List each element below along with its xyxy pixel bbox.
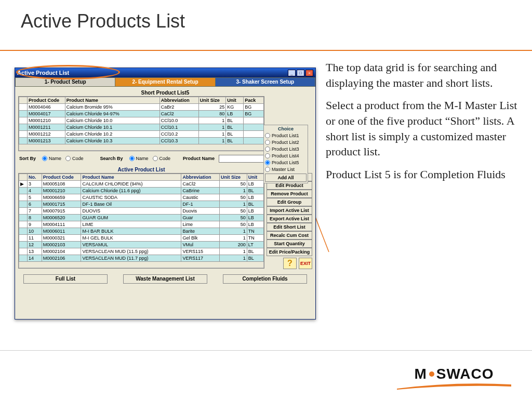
bottom-buttons: Full List Waste Management List Completi… [18, 274, 312, 287]
choice-product-list5[interactable]: Product List5 [265, 159, 307, 166]
table-row[interactable]: 8M0006520GUAR GUMGuar50LB [19, 215, 264, 221]
col-product-name2[interactable]: Product Name [81, 174, 181, 181]
active-list-grid[interactable]: No. Product Code Product Name Abbreviati… [19, 174, 264, 262]
app-window: Active Product List _ □ × 1- Product Set… [15, 68, 316, 320]
col-unit[interactable]: Unit [226, 97, 244, 104]
short-list-title: Short Product List5 [18, 89, 312, 96]
table-row[interactable]: 4M0001210Calcium Chloride (11.6 ppg)CaBr… [19, 188, 264, 194]
col-abbrev2[interactable]: Abbreviation [181, 174, 220, 181]
add-all-button[interactable]: Add All [265, 174, 307, 182]
edit-group-button[interactable]: Edit Group [267, 198, 312, 206]
help-icon[interactable]: ? [283, 258, 297, 269]
product-name-label: Product Name [183, 156, 215, 161]
brand-logo: MSWACO [397, 366, 511, 390]
scrollbar-horizontal-2[interactable] [19, 262, 264, 268]
search-code-radio[interactable] [153, 156, 158, 161]
table-row[interactable]: 12M0002103VERSAMULVMul200LT [19, 242, 264, 248]
choice-product-list2[interactable]: Product List2 [265, 139, 307, 145]
export-active-list-button[interactable]: Export Active List [267, 215, 312, 223]
sort-code-radio[interactable] [65, 156, 71, 161]
table-row[interactable]: M0001212Calcium Chloride 10.2CCl10.21BL [19, 131, 264, 138]
table-row[interactable]: 7M0007915DUOVISDuovis50LB [19, 208, 264, 215]
table-row[interactable]: M0001213Calcium Chloride 10.3CCl10.31BL [19, 138, 264, 144]
explanation-text: The top data grid is for searching and d… [326, 60, 518, 190]
tab-product-setup[interactable]: 1- Product Setup [15, 77, 115, 87]
start-quantity-button[interactable]: Start Quantity [267, 240, 312, 248]
edit-price-packing-button[interactable]: Edit Price/Packing [267, 248, 312, 256]
swoosh-icon [397, 383, 511, 390]
table-row[interactable]: 14M0002106VERSACLEAN MUD (11.7 ppg)VERS1… [19, 255, 264, 262]
exit-icon[interactable]: EXIT [299, 258, 312, 269]
table-row[interactable]: M0004046Calcium Bromide 95%CaBr225KGBG [19, 104, 264, 111]
table-row[interactable]: 5M0006659CAUSTIC SODACaustic50LB [19, 194, 264, 201]
minimize-icon[interactable]: _ [288, 70, 296, 76]
choice-panel: Choice Product List1 Product List2 Produ… [263, 125, 308, 183]
col-product-name[interactable]: Product Name [65, 97, 159, 104]
sort-name-radio[interactable] [42, 156, 47, 161]
recalc-cum-cost-button[interactable]: Recalc Cum Cost [267, 231, 312, 240]
table-row[interactable]: 6M0001715DF-1 Base OilDF-11BL [19, 201, 264, 208]
table-row[interactable]: M0001211Calcium Chloride 10.1CCl10.11BL [19, 124, 264, 131]
maximize-icon[interactable]: □ [297, 70, 304, 76]
divider-bottom [0, 350, 532, 351]
col-product-code2[interactable]: Product Code [42, 174, 81, 181]
table-row[interactable]: M0004017Calcium Chloride 94-97%CaCl280LB… [19, 111, 264, 117]
col-pack[interactable]: Pack [244, 97, 264, 104]
completion-fluids-button[interactable]: Completion Fluids [223, 274, 307, 284]
window-titlebar: Active Product List _ □ × [15, 68, 315, 77]
window-title: Active Product List [17, 70, 287, 76]
edit-short-list-button[interactable]: Edit Short List [267, 223, 312, 231]
table-row[interactable]: M0001210Calcium Chloride 10.0CCl10.01BL [19, 117, 264, 124]
choice-product-list4[interactable]: Product List4 [265, 152, 307, 159]
full-list-button[interactable]: Full List [23, 274, 108, 284]
page-title: Active Products List [21, 10, 185, 32]
col-abbrev[interactable]: Abbreviation [159, 97, 198, 104]
sort-by-label: Sort By [19, 156, 36, 161]
tab-bar: 1- Product Setup 2- Equipment Rental Set… [15, 77, 315, 87]
table-row[interactable]: 9M0004111LIMELime50LB [19, 221, 264, 228]
tab-shaker-screen[interactable]: 3- Shaker Screen Setup [216, 77, 315, 87]
table-row[interactable]: 10M0006011M-I BAR BULKBarite1TN [19, 228, 264, 235]
search-by-label: Search By [100, 156, 123, 161]
import-active-list-button[interactable]: Import Active List [267, 206, 312, 215]
dot-icon [429, 371, 434, 377]
waste-mgmt-button[interactable]: Waste Management List [123, 274, 207, 284]
col-unit-size2[interactable]: Unit Size [219, 174, 247, 181]
search-name-radio[interactable] [129, 156, 135, 161]
col-unit2[interactable]: Unit [247, 174, 263, 181]
table-row[interactable]: ▶3M0005108CALCIUM CHLORIDE (94%)CaCl250L… [19, 181, 264, 188]
active-list-title: Active Product List [18, 166, 264, 173]
col-no[interactable]: No. [28, 174, 42, 181]
col-unit-size[interactable]: Unit Size [198, 97, 225, 104]
col-product-code[interactable]: Product Code [27, 97, 65, 104]
choice-master-list[interactable]: Master List [265, 166, 307, 172]
scrollbar-horizontal[interactable] [19, 144, 264, 151]
choice-product-list1[interactable]: Product List1 [265, 132, 307, 139]
table-row[interactable]: 13M0002104VERSACLEAN MUD (11.5 ppg)VERS1… [19, 248, 264, 255]
table-row[interactable]: 11M0000321M-I GEL BULKGel Blk1TN [19, 235, 264, 242]
short-list-grid[interactable]: Product Code Product Name Abbreviation U… [19, 97, 264, 144]
choice-title: Choice [265, 126, 307, 131]
remove-product-button[interactable]: Remove Product [267, 190, 312, 198]
close-icon[interactable]: × [305, 70, 313, 76]
divider-top [0, 50, 532, 51]
tab-equipment-rental[interactable]: 2- Equipment Rental Setup [115, 77, 215, 87]
choice-product-list3[interactable]: Product List3 [265, 145, 307, 152]
